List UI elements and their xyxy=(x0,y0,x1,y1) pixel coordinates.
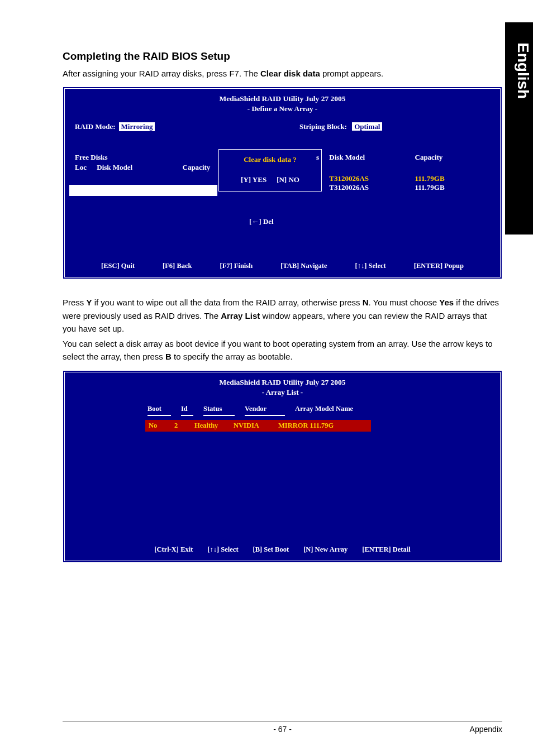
page-number: - 67 - xyxy=(273,725,292,734)
hint-exit: [Ctrl-X] Exit xyxy=(154,546,193,554)
hint-newarray: [N] New Array xyxy=(303,546,348,554)
disk-model-value: T3120026AS xyxy=(329,183,413,192)
hint-select: [↑↓] Select xyxy=(207,546,238,554)
page-footer: - 67 - Appendix xyxy=(63,721,502,734)
array-disks-panel: s Disk Model Capacity T3120026AS 111.79G… xyxy=(316,153,445,192)
cell-boot: No xyxy=(149,422,174,430)
free-disks-label: Free Disks xyxy=(75,153,210,162)
paragraph-after-box1: Press Y if you want to wipe out all the … xyxy=(63,296,502,335)
dialog-no[interactable]: [N] NO xyxy=(277,175,299,184)
header-id: Id xyxy=(181,405,193,416)
bios-subtitle: - Define a New Array - xyxy=(65,104,500,120)
hint-tab: [TAB] Navigate xyxy=(280,262,327,270)
raid-mode-label: RAID Mode: xyxy=(75,122,116,131)
hint-arrows: [↑↓] Select xyxy=(355,262,386,270)
bios-screen-define-array: MediaShield RAID Utility July 27 2005 - … xyxy=(63,87,502,279)
bios-title: MediaShield RAID Utility July 27 2005 xyxy=(65,89,500,104)
array-disk-row[interactable]: T3120026AS 111.79GB xyxy=(316,183,445,192)
cell-array-model-name: MIRROR 111.79G xyxy=(278,422,368,430)
cell-vendor: NVIDIA xyxy=(234,422,278,430)
intro-paragraph: After assigning your RAID array disks, p… xyxy=(63,67,502,80)
bios-screen-array-list: MediaShield RAID Utility July 27 2005 - … xyxy=(63,370,502,563)
right-s-label: s xyxy=(316,153,327,162)
col-disk-model: Disk Model xyxy=(97,163,180,172)
header-array-model-name: Array Model Name xyxy=(295,405,373,416)
cell-id: 2 xyxy=(174,422,194,430)
dialog-yes[interactable]: [Y] YES xyxy=(241,175,266,184)
cell-status: Healthy xyxy=(194,422,234,430)
bios-key-hints: [ESC] Quit [F6] Back [F7] Finish [TAB] N… xyxy=(65,262,500,270)
free-disks-panel: Free Disks Loc Disk Model Capacity xyxy=(75,153,210,172)
paragraph-bootable: You can select a disk array as boot devi… xyxy=(63,337,502,363)
disk-capacity-value: 111.79GB xyxy=(415,174,445,183)
striping-block-value[interactable]: Optimal xyxy=(352,122,382,131)
clear-disk-dialog: Clear disk data ? [Y] YES [N] NO xyxy=(218,149,322,192)
array-disk-row[interactable]: T3120026AS 111.79GB xyxy=(316,174,445,183)
raid-mode-value[interactable]: Mirroring xyxy=(119,122,155,131)
selected-free-disk-row[interactable] xyxy=(69,185,217,196)
header-boot: Boot xyxy=(147,405,171,416)
array-list-header: Boot Id Status Vendor Array Model Name xyxy=(147,405,383,416)
right-capacity-label: Capacity xyxy=(415,153,443,161)
footer-section: Appendix xyxy=(470,725,502,734)
del-hint: [←] Del xyxy=(249,217,274,226)
bios-subtitle: - Array List - xyxy=(65,388,500,404)
dialog-title: Clear disk data ? xyxy=(219,155,321,164)
bios-key-hints: [Ctrl-X] Exit [↑↓] Select [B] Set Boot [… xyxy=(65,546,500,554)
striping-block-label: Striping Block: xyxy=(299,122,347,131)
disk-capacity-value: 111.79GB xyxy=(415,183,445,192)
bios-title: MediaShield RAID Utility July 27 2005 xyxy=(65,372,500,388)
header-status: Status xyxy=(203,405,235,416)
disk-model-value: T3120026AS xyxy=(329,174,413,183)
header-vendor: Vendor xyxy=(245,405,285,416)
hint-enter: [ENTER] Popup xyxy=(414,262,464,270)
hint-esc: [ESC] Quit xyxy=(101,262,135,270)
hint-detail: [ENTER] Detail xyxy=(362,546,410,554)
side-tab-label: English xyxy=(514,42,532,99)
col-loc: Loc xyxy=(75,163,95,172)
right-disk-model-label: Disk Model xyxy=(329,153,413,162)
array-list-row[interactable]: No 2 Healthy NVIDIA MIRROR 111.79G xyxy=(145,420,371,432)
hint-f7: [F7] Finish xyxy=(220,262,253,270)
hint-setboot: [B] Set Boot xyxy=(253,546,289,554)
col-capacity: Capacity xyxy=(183,163,211,172)
hint-f6: [F6] Back xyxy=(163,262,192,270)
section-heading: Completing the RAID BIOS Setup xyxy=(63,50,502,63)
